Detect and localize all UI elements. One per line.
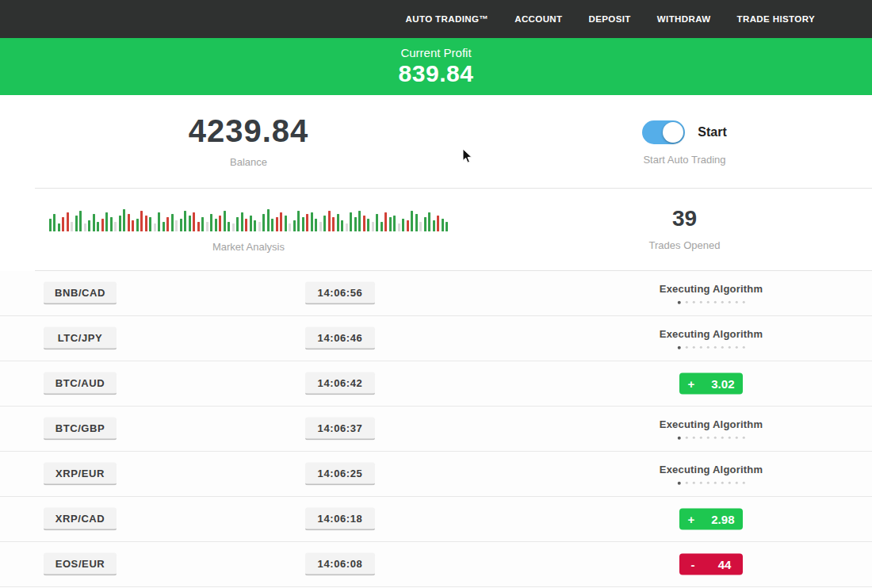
progress-dot — [700, 482, 702, 484]
market-bar — [341, 220, 343, 231]
progress-dot — [743, 482, 745, 484]
market-bar — [358, 211, 361, 231]
market-bar — [53, 214, 55, 231]
market-bar — [171, 214, 174, 231]
auto-trading-label: Start Auto Trading — [643, 154, 725, 166]
market-analysis-block: Market Analysis — [0, 189, 497, 270]
progress-dot — [707, 482, 709, 484]
trade-row: XRP/CAD14:06:18+2.98 — [0, 497, 872, 542]
trade-row: BTC/AUD14:06:42+3.02 — [0, 361, 872, 407]
market-bar — [402, 219, 404, 231]
market-bar — [110, 217, 113, 231]
market-bar — [323, 216, 326, 231]
market-bar — [442, 219, 444, 231]
progress-dot — [714, 346, 717, 349]
market-bar — [267, 209, 270, 231]
progress-dot — [678, 346, 681, 349]
market-bar — [184, 211, 186, 231]
market-bar — [62, 217, 64, 231]
market-bar — [419, 222, 422, 231]
market-bar — [276, 217, 278, 231]
auto-trading-block: Start Start Auto Trading — [497, 95, 872, 188]
nav-item-auto-trading[interactable]: AUTO TRADING™ — [406, 14, 489, 24]
progress-dot — [678, 300, 681, 304]
balance-block: 4239.84 Balance — [0, 95, 497, 188]
market-bar — [114, 222, 117, 231]
nav-item-deposit[interactable]: DEPOSIT — [589, 14, 631, 24]
profit-badge: +3.02 — [679, 373, 743, 395]
market-bar — [433, 220, 435, 231]
market-bar — [175, 220, 178, 231]
market-bar — [219, 216, 221, 231]
time-badge: 14:06:08 — [305, 553, 375, 576]
market-bar — [228, 222, 230, 231]
market-bar — [236, 217, 239, 231]
pair-badge: BNB/CAD — [44, 282, 117, 305]
market-bar — [285, 216, 287, 231]
market-bar — [193, 212, 195, 231]
trade-row: BTC/GBP14:06:37Executing Algorithm — [0, 407, 872, 452]
nav-item-withdraw[interactable]: WITHDRAW — [657, 14, 711, 24]
market-bar — [328, 211, 331, 231]
market-bar — [49, 219, 52, 231]
progress-dot — [678, 436, 681, 439]
market-bar — [289, 223, 291, 231]
progress-dot — [714, 437, 717, 439]
market-bar — [119, 216, 121, 231]
market-bar — [293, 220, 296, 231]
market-bar — [350, 212, 352, 231]
market-bar — [201, 217, 204, 231]
result-sign: + — [688, 513, 695, 526]
time-badge: 14:06:18 — [305, 508, 375, 531]
market-bar — [407, 220, 409, 231]
trade-row: XRP/EUR14:06:25Executing Algorithm — [0, 452, 872, 497]
market-analysis-label: Market Analysis — [212, 241, 285, 253]
market-bar — [88, 220, 90, 231]
progress-dot — [743, 437, 745, 439]
market-bar — [166, 217, 169, 231]
progress-dot — [707, 437, 709, 439]
market-bar — [180, 219, 182, 231]
progress-dot — [729, 437, 731, 439]
loss-badge: -44 — [679, 554, 743, 575]
trade-status: +2.98 — [679, 509, 743, 530]
market-bar — [446, 222, 448, 231]
executing-label: Executing Algorithm — [660, 418, 763, 430]
market-bar — [58, 223, 60, 231]
market-bar — [262, 214, 265, 231]
progress-dot — [686, 346, 688, 349]
market-bar — [437, 216, 439, 231]
nav-item-account[interactable]: ACCOUNT — [514, 14, 562, 24]
market-bar — [415, 214, 418, 231]
market-bar — [163, 222, 165, 231]
progress-dot — [693, 301, 695, 304]
result-sign: + — [688, 377, 695, 391]
market-bar — [245, 219, 247, 231]
auto-trading-toggle[interactable] — [642, 120, 685, 144]
market-bar — [71, 222, 73, 231]
market-bar — [306, 214, 308, 231]
progress-dot — [736, 346, 738, 349]
nav-item-trade-history[interactable]: TRADE HISTORY — [737, 14, 816, 24]
market-analysis-chart — [49, 206, 449, 231]
result-sign: - — [691, 558, 695, 571]
market-bar — [302, 217, 304, 231]
progress-dot — [721, 482, 724, 484]
trade-list: BNB/CAD14:06:56Executing AlgorithmLTC/JP… — [0, 271, 872, 587]
progress-dot — [736, 437, 738, 439]
result-value: 44 — [718, 558, 732, 571]
market-bar — [97, 222, 99, 231]
progress-dot — [729, 346, 731, 349]
time-badge: 14:06:46 — [305, 327, 375, 350]
progress-dot — [743, 346, 745, 349]
profit-banner-value: 839.84 — [399, 60, 474, 88]
time-badge: 14:06:37 — [305, 418, 375, 441]
market-bar — [319, 222, 322, 231]
market-bar — [232, 223, 235, 231]
trade-status: Executing Algorithm — [660, 418, 763, 440]
market-bar — [210, 214, 212, 231]
time-badge: 14:06:42 — [305, 372, 375, 395]
time-badge: 14:06:56 — [305, 282, 375, 305]
progress-dot — [736, 301, 738, 304]
market-bar — [315, 219, 317, 231]
